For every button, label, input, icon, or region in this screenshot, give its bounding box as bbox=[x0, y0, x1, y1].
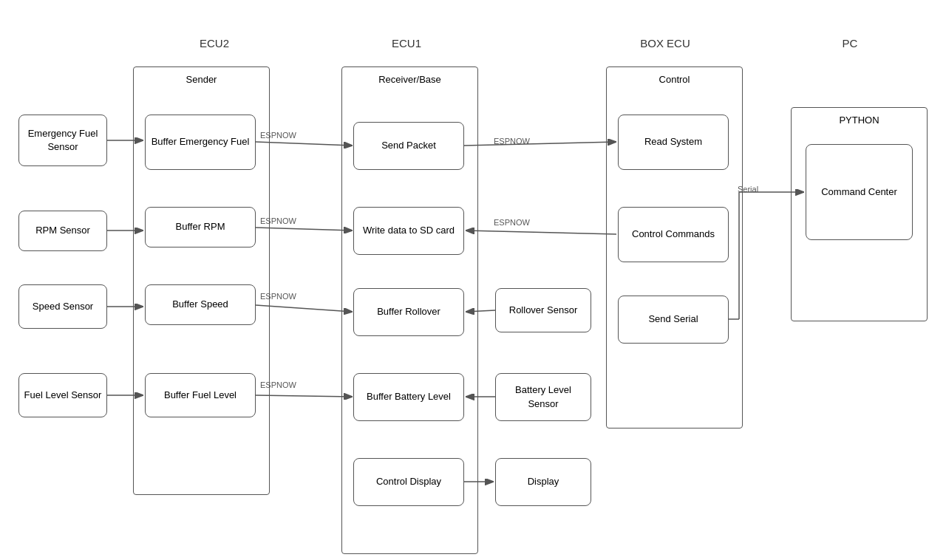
buffer-rollover-label: Buffer Rollover bbox=[377, 305, 440, 318]
buffer-rpm-box: Buffer RPM bbox=[145, 207, 256, 247]
speed-sensor-box: Speed Sensor bbox=[18, 284, 107, 329]
command-center-box: Command Center bbox=[806, 144, 913, 240]
speed-sensor-label: Speed Sensor bbox=[33, 300, 93, 313]
espnow4-label: ESPNOW bbox=[260, 380, 296, 389]
espnow3-label: ESPNOW bbox=[260, 292, 296, 301]
rpm-sensor-box: RPM Sensor bbox=[18, 211, 107, 251]
pc-label: PC bbox=[820, 37, 879, 49]
control-display-box: Control Display bbox=[353, 458, 464, 506]
buffer-battery-level-box: Buffer Battery Level bbox=[353, 373, 464, 421]
display-label: Display bbox=[528, 475, 559, 488]
control-commands-label: Control Commands bbox=[632, 228, 715, 241]
ecu2-label: ECU2 bbox=[170, 37, 259, 49]
svg-line-7 bbox=[256, 305, 353, 312]
rollover-sensor-box: Rollover Sensor bbox=[495, 288, 591, 332]
ecu1-label: ECU1 bbox=[362, 37, 451, 49]
buffer-fuel-level-label: Buffer Fuel Level bbox=[164, 389, 236, 402]
buffer-rpm-label: Buffer RPM bbox=[176, 220, 225, 233]
control-commands-box: Control Commands bbox=[618, 207, 729, 262]
buffer-rollover-box: Buffer Rollover bbox=[353, 288, 464, 336]
rollover-sensor-label: Rollover Sensor bbox=[509, 304, 578, 317]
python-label: PYTHON bbox=[792, 114, 927, 127]
rpm-sensor-label: RPM Sensor bbox=[35, 224, 90, 237]
svg-line-5 bbox=[256, 142, 353, 146]
emergency-fuel-sensor-box: Emergency Fuel Sensor bbox=[18, 115, 107, 166]
serial-label: Serial bbox=[738, 185, 758, 194]
svg-line-8 bbox=[256, 395, 353, 397]
espnow1-label: ESPNOW bbox=[260, 131, 296, 140]
espnow6-label: ESPNOW bbox=[494, 218, 530, 227]
buffer-emergency-fuel-label: Buffer Emergency Fuel bbox=[152, 135, 250, 148]
fuel-level-sensor-box: Fuel Level Sensor bbox=[18, 373, 107, 417]
espnow5-label: ESPNOW bbox=[494, 137, 530, 146]
fuel-level-sensor-label: Fuel Level Sensor bbox=[24, 389, 102, 402]
buffer-speed-box: Buffer Speed bbox=[145, 284, 256, 325]
send-packet-box: Send Packet bbox=[353, 122, 464, 170]
svg-line-10 bbox=[466, 231, 616, 234]
receiver-label: Receiver/Base bbox=[342, 73, 477, 86]
send-packet-label: Send Packet bbox=[381, 139, 436, 152]
buffer-fuel-level-box: Buffer Fuel Level bbox=[145, 373, 256, 417]
espnow2-label: ESPNOW bbox=[260, 216, 296, 225]
read-system-box: Read System bbox=[618, 115, 729, 170]
buffer-speed-label: Buffer Speed bbox=[172, 298, 228, 311]
write-data-sd-box: Write data to SD card bbox=[353, 207, 464, 255]
read-system-label: Read System bbox=[644, 135, 702, 148]
box-ecu-label: BOX ECU bbox=[621, 37, 710, 49]
buffer-emergency-fuel-box: Buffer Emergency Fuel bbox=[145, 115, 256, 170]
send-serial-label: Send Serial bbox=[648, 313, 698, 326]
write-data-sd-label: Write data to SD card bbox=[363, 224, 455, 237]
control-display-label: Control Display bbox=[376, 475, 441, 488]
command-center-label: Command Center bbox=[821, 185, 897, 199]
send-serial-box: Send Serial bbox=[618, 296, 729, 344]
control-label: Control bbox=[607, 73, 742, 86]
battery-level-sensor-label: Battery Level Sensor bbox=[500, 383, 586, 410]
battery-level-sensor-box: Battery Level Sensor bbox=[495, 373, 591, 421]
sender-label: Sender bbox=[134, 73, 269, 86]
svg-line-6 bbox=[256, 228, 353, 231]
emergency-fuel-sensor-label: Emergency Fuel Sensor bbox=[24, 127, 102, 154]
display-box: Display bbox=[495, 458, 591, 506]
svg-line-9 bbox=[464, 142, 616, 146]
buffer-battery-level-label: Buffer Battery Level bbox=[367, 390, 451, 403]
diagram: ECU2 ECU1 BOX ECU PC Sender Receiver/Bas… bbox=[0, 0, 946, 560]
